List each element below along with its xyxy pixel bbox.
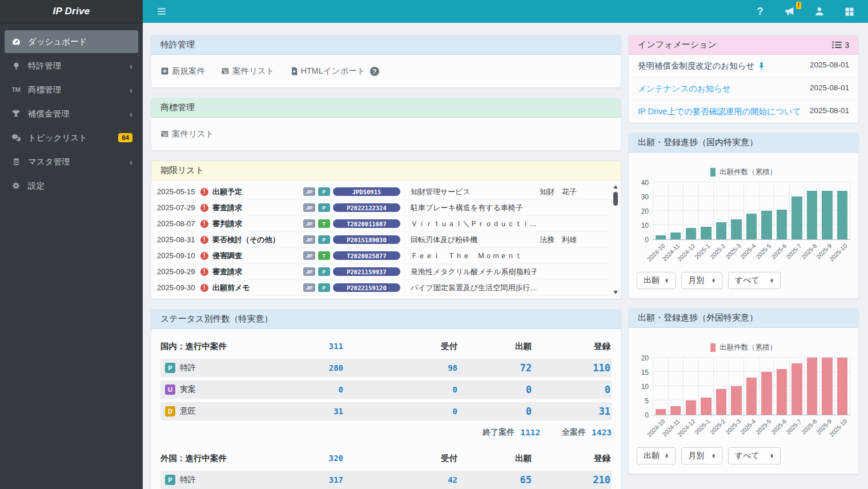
bar[interactable] (777, 210, 787, 240)
bar[interactable] (731, 219, 741, 239)
topics-count-badge: 84 (118, 133, 132, 142)
information-list: 発明補償金制度改定のお知らせ2025-08-01メンテナンスのお知らせ2025-… (629, 55, 858, 123)
chart-filter-select-2[interactable]: すべて▲▼ (728, 447, 781, 464)
trademark-link-0[interactable]: 案件リスト (160, 129, 214, 139)
chart-filter-select-2[interactable]: すべて▲▼ (728, 272, 781, 289)
settings-icon (10, 180, 22, 191)
scrollbar-thumb[interactable] (613, 192, 618, 206)
information-item: 発明補償金制度改定のお知らせ2025-08-01 (629, 55, 858, 78)
case-number-link[interactable]: JPDS0915 (333, 187, 400, 196)
select-arrows-icon: ▲▼ (712, 454, 716, 459)
dashboard-icon (10, 36, 22, 47)
bar[interactable] (822, 191, 832, 239)
case-number-link[interactable]: P2015189030 (333, 235, 400, 244)
deadline-row: 2025-08-07!審判請求JPTT2020011607Ｖｉｒｔｕａｌ＼Ｐｒｏ… (157, 216, 610, 232)
case-title: 駐車ブレーキ構造を有する車椅子 (406, 203, 536, 213)
trademark-panel-title: 商標管理 (151, 98, 621, 118)
domestic-progress-panel: 出願・登録進捗（国内特実意） 出願件数（累積）0102030402024-102… (628, 133, 859, 299)
information-item: メンテナンスのお知らせ2025-08-01 (629, 78, 858, 101)
help-circle-icon[interactable]: ? (370, 67, 379, 76)
bar[interactable] (701, 398, 711, 415)
announcements-icon[interactable]: ! (782, 4, 797, 19)
all-cases-value: 1423 (592, 428, 612, 437)
status-section-total: 311 (280, 342, 343, 351)
status-section-header: 国内：進行中案件311受付出願登録 (160, 337, 612, 355)
bar[interactable] (686, 228, 696, 239)
apps-grid-icon[interactable] (842, 4, 857, 19)
bar[interactable] (837, 358, 847, 415)
sidebar-item-4[interactable]: トピックリスト84 (5, 126, 138, 149)
sidebar-item-0[interactable]: ダッシュボード (5, 30, 138, 53)
y-tick-label: 20 (641, 207, 649, 215)
bar[interactable] (761, 372, 771, 415)
scroll-down-icon[interactable] (613, 291, 618, 294)
gridline (653, 357, 850, 358)
bar[interactable] (791, 197, 802, 239)
bar[interactable] (746, 378, 757, 415)
bar[interactable] (807, 191, 817, 239)
deadline-scrollbar[interactable] (612, 185, 619, 294)
chart-filter-select-0[interactable]: 出願▲▼ (637, 272, 676, 289)
alert-icon: ! (200, 252, 208, 260)
sidebar-item-2[interactable]: TM商標管理‹ (5, 78, 138, 101)
sidebar-item-5[interactable]: マスタ管理‹ (5, 150, 138, 173)
menu-toggle-icon[interactable] (154, 4, 169, 19)
deadline-row: 2025-09-30!出願前メモJPPP2022159120パイプ固定装置及び生… (157, 280, 610, 296)
case-number-link[interactable]: P2022159120 (333, 283, 400, 292)
status-section-header: 外国：進行中案件320受付出願登録 (160, 449, 612, 467)
status-row-name: D意匠 (160, 406, 280, 416)
status-value: 110 (532, 362, 610, 374)
bar[interactable] (656, 235, 666, 240)
bar[interactable] (716, 222, 726, 239)
information-link[interactable]: メンテナンスのお知らせ (638, 83, 804, 94)
case-title: 知財管理サービス (406, 187, 536, 197)
bar[interactable] (761, 211, 771, 239)
case-number-link[interactable]: T2020025877 (333, 251, 400, 260)
y-axis: 05101520 (637, 358, 653, 415)
deadline-type: 審査請求 (211, 267, 303, 277)
information-link[interactable]: 発明補償金制度改定のお知らせ (638, 61, 804, 71)
bar[interactable] (716, 389, 726, 415)
bar[interactable] (670, 406, 681, 415)
y-tick-label: 0 (645, 236, 649, 244)
help-icon[interactable]: ? (753, 4, 767, 19)
patent-link-0[interactable]: 新規案件 (160, 66, 205, 77)
scroll-up-icon[interactable] (613, 185, 618, 189)
kind-badge: P (318, 235, 330, 244)
bar[interactable] (656, 409, 666, 415)
deadline-row: 2025-07-29!審査請求JPPP2022122324駐車ブレーキ構造を有す… (157, 200, 610, 216)
bar[interactable] (807, 358, 817, 415)
bar[interactable] (822, 358, 832, 415)
compensation-icon (10, 108, 22, 119)
information-count: 3 (845, 41, 849, 50)
information-link[interactable]: IP Drive上での要否確認運用の開始について (638, 106, 804, 117)
chart-filter-select-1[interactable]: 月別▲▼ (681, 447, 722, 464)
bar[interactable] (670, 233, 681, 240)
case-number-link[interactable]: P2021159937 (333, 267, 400, 276)
patent-link-2[interactable]: HTMLインポート? (291, 66, 379, 77)
case-number-link[interactable]: P2022122324 (333, 203, 400, 212)
user-icon[interactable] (812, 4, 827, 19)
gridline (653, 182, 850, 182)
status-col-header: 受付 (343, 341, 457, 352)
bar[interactable] (701, 227, 711, 240)
bar[interactable] (777, 369, 787, 415)
patent-links: 新規案件案件リストHTMLインポート? (151, 55, 621, 87)
sidebar-item-1[interactable]: 特許管理‹ (5, 54, 138, 77)
bar[interactable] (731, 386, 741, 415)
sidebar-item-3[interactable]: 補償金管理‹ (5, 102, 138, 125)
chart-filter-select-1[interactable]: 月別▲▼ (681, 272, 722, 289)
chart-filter-select-0[interactable]: 出願▲▼ (637, 447, 676, 464)
deadline-type: 審判請求 (211, 219, 303, 229)
patent-link-1[interactable]: 案件リスト (221, 66, 275, 77)
status-col-header: 受付 (343, 453, 457, 464)
deadline-type: 要否検討（その他） (211, 235, 303, 245)
bar[interactable] (837, 191, 847, 239)
bar[interactable] (686, 400, 696, 415)
case-number-link[interactable]: T2020011607 (333, 219, 400, 228)
chart-legend: 出願件数（累積） (637, 167, 850, 177)
chart-filter-value: 月別 (688, 275, 704, 286)
bar[interactable] (791, 363, 802, 415)
bar[interactable] (746, 214, 757, 239)
sidebar-item-6[interactable]: 設定 (5, 174, 138, 197)
